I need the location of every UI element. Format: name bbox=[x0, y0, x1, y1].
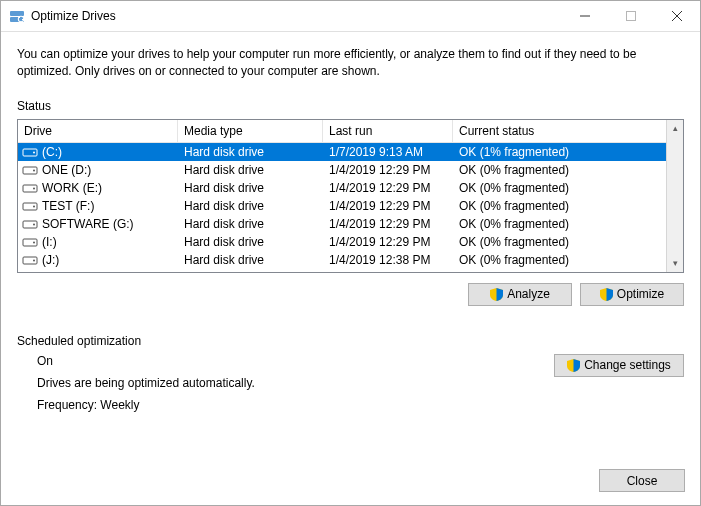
scroll-track[interactable] bbox=[667, 137, 683, 255]
drive-media: Hard disk drive bbox=[178, 163, 323, 177]
drive-last-run: 1/4/2019 12:38 PM bbox=[323, 253, 453, 267]
drive-media: Hard disk drive bbox=[178, 253, 323, 267]
close-dialog-button[interactable]: Close bbox=[599, 469, 685, 492]
drive-last-run: 1/4/2019 12:29 PM bbox=[323, 235, 453, 249]
table-row[interactable]: SOFTWARE (G:)Hard disk drive1/4/2019 12:… bbox=[18, 215, 666, 233]
table-row[interactable]: WORK (E:)Hard disk drive1/4/2019 12:29 P… bbox=[18, 179, 666, 197]
drive-media: Hard disk drive bbox=[178, 235, 323, 249]
window-title: Optimize Drives bbox=[31, 9, 562, 23]
scheduled-info: On Drives are being optimized automatica… bbox=[17, 354, 554, 420]
table-row[interactable]: (J:)Hard disk drive1/4/2019 12:38 PMOK (… bbox=[18, 251, 666, 269]
drive-status: OK (0% fragmented) bbox=[453, 217, 666, 231]
drive-icon bbox=[22, 217, 38, 231]
shield-icon bbox=[490, 288, 503, 301]
svg-point-15 bbox=[33, 187, 35, 189]
table-row[interactable]: TEST (F:)Hard disk drive1/4/2019 12:29 P… bbox=[18, 197, 666, 215]
drive-name: (I:) bbox=[42, 235, 57, 249]
scheduled-freq: Frequency: Weekly bbox=[37, 398, 554, 412]
close-label: Close bbox=[627, 474, 658, 488]
change-settings-button[interactable]: Change settings bbox=[554, 354, 684, 377]
drive-name: (J:) bbox=[42, 253, 59, 267]
drive-status: OK (0% fragmented) bbox=[453, 199, 666, 213]
drive-status: OK (0% fragmented) bbox=[453, 235, 666, 249]
app-icon bbox=[9, 8, 25, 24]
shield-icon bbox=[600, 288, 613, 301]
drive-icon bbox=[22, 199, 38, 213]
drive-last-run: 1/4/2019 12:29 PM bbox=[323, 217, 453, 231]
drive-last-run: 1/4/2019 12:29 PM bbox=[323, 199, 453, 213]
svg-point-11 bbox=[33, 151, 35, 153]
scroll-up-icon[interactable]: ▴ bbox=[667, 120, 683, 137]
shield-icon bbox=[567, 359, 580, 372]
drive-status: OK (0% fragmented) bbox=[453, 181, 666, 195]
col-status[interactable]: Current status bbox=[453, 120, 666, 142]
svg-rect-5 bbox=[22, 19, 24, 20]
titlebar: Optimize Drives bbox=[1, 1, 700, 32]
drive-last-run: 1/7/2019 9:13 AM bbox=[323, 145, 453, 159]
drive-last-run: 1/4/2019 12:29 PM bbox=[323, 181, 453, 195]
drive-name: WORK (E:) bbox=[42, 181, 102, 195]
list-header: Drive Media type Last run Current status bbox=[18, 120, 666, 143]
drive-icon bbox=[22, 163, 38, 177]
drive-icon bbox=[22, 253, 38, 267]
scrollbar[interactable]: ▴ ▾ bbox=[666, 120, 683, 272]
analyze-button[interactable]: Analyze bbox=[468, 283, 572, 306]
drive-last-run: 1/4/2019 12:29 PM bbox=[323, 163, 453, 177]
drive-icon bbox=[22, 145, 38, 159]
svg-point-13 bbox=[33, 169, 35, 171]
intro-text: You can optimize your drives to help you… bbox=[17, 46, 684, 81]
drive-media: Hard disk drive bbox=[178, 181, 323, 195]
scheduled-state: On bbox=[37, 354, 554, 368]
list-rows: (C:)Hard disk drive1/7/2019 9:13 AMOK (1… bbox=[18, 143, 666, 272]
drive-icon bbox=[22, 235, 38, 249]
col-media[interactable]: Media type bbox=[178, 120, 323, 142]
drive-name: SOFTWARE (G:) bbox=[42, 217, 134, 231]
svg-point-19 bbox=[33, 223, 35, 225]
scheduled-desc: Drives are being optimized automatically… bbox=[37, 376, 554, 390]
drive-media: Hard disk drive bbox=[178, 217, 323, 231]
drive-status: OK (1% fragmented) bbox=[453, 145, 666, 159]
drive-media: Hard disk drive bbox=[178, 199, 323, 213]
analyze-label: Analyze bbox=[507, 287, 550, 301]
svg-point-17 bbox=[33, 205, 35, 207]
drive-list: Drive Media type Last run Current status… bbox=[17, 119, 684, 273]
table-row[interactable]: (I:)Hard disk drive1/4/2019 12:29 PMOK (… bbox=[18, 233, 666, 251]
col-drive[interactable]: Drive bbox=[18, 120, 178, 142]
change-settings-label: Change settings bbox=[584, 358, 671, 372]
window-controls bbox=[562, 1, 700, 31]
table-row[interactable]: ONE (D:)Hard disk drive1/4/2019 12:29 PM… bbox=[18, 161, 666, 179]
minimize-button[interactable] bbox=[562, 1, 608, 31]
drive-status: OK (0% fragmented) bbox=[453, 253, 666, 267]
optimize-button[interactable]: Optimize bbox=[580, 283, 684, 306]
scheduled-label: Scheduled optimization bbox=[17, 334, 684, 348]
close-button[interactable] bbox=[654, 1, 700, 31]
status-label: Status bbox=[17, 99, 684, 113]
svg-point-21 bbox=[33, 241, 35, 243]
maximize-button[interactable] bbox=[608, 1, 654, 31]
drive-name: (C:) bbox=[42, 145, 62, 159]
drive-status: OK (0% fragmented) bbox=[453, 163, 666, 177]
scroll-down-icon[interactable]: ▾ bbox=[667, 255, 683, 272]
svg-rect-0 bbox=[10, 11, 24, 16]
optimize-label: Optimize bbox=[617, 287, 664, 301]
svg-rect-7 bbox=[627, 12, 636, 21]
svg-point-23 bbox=[33, 259, 35, 261]
drive-icon bbox=[22, 181, 38, 195]
drive-name: TEST (F:) bbox=[42, 199, 94, 213]
svg-rect-4 bbox=[19, 16, 20, 18]
col-last[interactable]: Last run bbox=[323, 120, 453, 142]
table-row[interactable]: (C:)Hard disk drive1/7/2019 9:13 AMOK (1… bbox=[18, 143, 666, 161]
drive-media: Hard disk drive bbox=[178, 145, 323, 159]
drive-name: ONE (D:) bbox=[42, 163, 91, 177]
